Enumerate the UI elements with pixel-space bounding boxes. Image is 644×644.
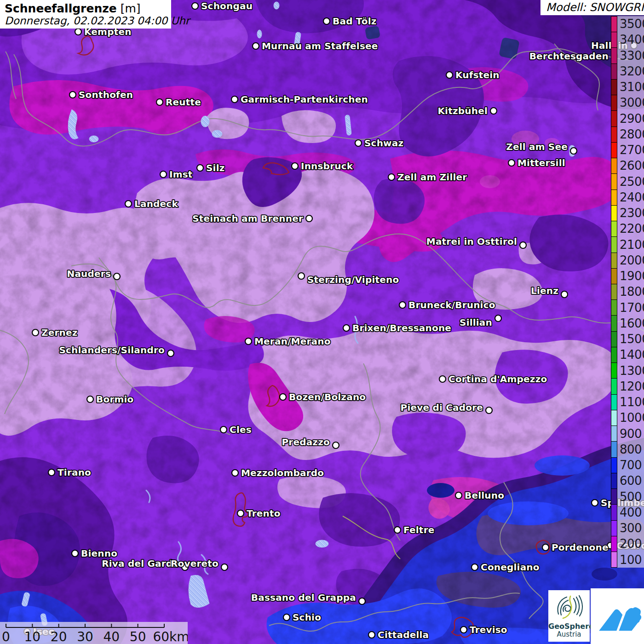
city-marker-cles [220, 426, 227, 433]
map-canvas: SchongauBad TölzKemptenMurnau am Staffel… [0, 0, 644, 644]
colorbar-tick-800: 800 [619, 442, 644, 457]
city-marker-steinach-am-brenner [306, 215, 312, 222]
city-label-riva-del-garda: Riva del Garda [102, 558, 179, 569]
city-marker-cortina-d-ampezzo [439, 376, 446, 382]
colorbar-cell-200 [611, 536, 617, 552]
city-label-mittersill: Mittersill [518, 157, 565, 168]
city-marker-matrei-in-osttirol [520, 242, 526, 248]
city-marker-tirano [48, 469, 55, 476]
blue-mountain-icon [593, 592, 641, 640]
city-label-brixen-bressanone: Brixen/Bressanone [352, 322, 451, 334]
colorbar-cell-500 [611, 489, 617, 505]
city-label-garmisch-partenkirchen: Garmisch-Partenkirchen [241, 94, 368, 105]
colorbar-cell-3300 [611, 48, 617, 63]
city-label-kitzb-hel: Kitzbühel [437, 105, 488, 116]
model-label: Modell: SNOWGRID [540, 0, 644, 15]
colorbar-cell-700 [611, 458, 617, 473]
scalebar: 0102030405060km [0, 622, 188, 644]
colorbar-tick-2400: 2400 [619, 190, 644, 205]
colorbar-cell-2200 [611, 221, 617, 237]
city-marker-lienz [561, 291, 568, 298]
city-label-schongau: Schongau [201, 0, 253, 12]
colorbar-labels: 3500340033003200310030002900280027002600… [619, 16, 644, 568]
colorbar-tick-200: 200 [619, 536, 644, 552]
colorbar-cell-2800 [611, 127, 617, 143]
colorbar-cell-2000 [611, 253, 617, 269]
city-marker-treviso [460, 627, 467, 633]
page-title: Schneefallgrenze [m] [5, 2, 171, 15]
title-unit: [m] [117, 2, 141, 15]
colorbar-tick-2700: 2700 [619, 142, 644, 158]
city-label-innsbruck: Innsbruck [301, 161, 353, 172]
city-label-trento: Trento [247, 508, 281, 519]
weather-map-page: SchongauBad TölzKemptenMurnau am Staffel… [0, 0, 644, 644]
colorbar-cell-1100 [611, 395, 617, 410]
city-label-sillian: Sillian [460, 317, 492, 328]
colorbar-cell-2600 [611, 158, 617, 174]
colorbar-cell-1000 [611, 410, 617, 426]
city-marker-silz [197, 165, 203, 171]
colorbar-tick-2500: 2500 [619, 174, 644, 190]
city-label-lienz: Lienz [531, 285, 558, 296]
colorbar-tick-1300: 1300 [619, 363, 644, 379]
title-box: Schneefallgrenze [m] Donnerstag, 02.02.2… [0, 0, 171, 29]
city-label-landeck: Landeck [134, 198, 178, 209]
colorbar-tick-3200: 3200 [619, 63, 644, 79]
colorbar-tick-3400: 3400 [619, 32, 644, 47]
colorbar-tick-500: 500 [619, 489, 644, 505]
city-marker-zell-am-ziller [388, 174, 395, 180]
city-marker-sillian [495, 315, 501, 322]
city-marker-schwaz [355, 140, 362, 146]
city-label-zell-am-see: Zell am See [506, 141, 568, 152]
colorbar-tick-600: 600 [619, 473, 644, 489]
scalebar-label-3: 30 [77, 629, 93, 644]
city-label-bozen-bolzano: Bozen/Bolzano [289, 391, 366, 402]
colorbar-tick-2200: 2200 [619, 221, 644, 236]
colorbar-tick-2100: 2100 [619, 237, 644, 253]
colorbar-cell-2700 [611, 143, 617, 158]
colorbar-tick-3300: 3300 [619, 48, 644, 63]
city-label-matrei-in-osttirol: Matrei in Osttirol [426, 236, 517, 247]
colorbar-tick-400: 400 [619, 505, 644, 520]
colorbar-cell-2300 [611, 206, 617, 221]
partner-logo [591, 588, 644, 644]
colorbar-cell-400 [611, 505, 617, 520]
colorbar-cell-2100 [611, 237, 617, 253]
city-label-treviso: Treviso [470, 624, 507, 635]
scalebar-label-6: 60km [153, 629, 188, 644]
city-label-silz: Silz [206, 162, 225, 173]
colorbar-tick-2300: 2300 [619, 205, 644, 221]
city-label-zell-am-ziller: Zell am Ziller [397, 172, 467, 183]
city-label-mezzolombardo: Mezzolombardo [241, 467, 324, 478]
colorbar-cell-900 [611, 426, 617, 442]
city-label-feltre: Feltre [403, 524, 434, 535]
city-label-nauders: Nauders [67, 268, 111, 279]
colorbar-tick-3100: 3100 [619, 79, 644, 95]
colorbar-tick-2000: 2000 [619, 253, 644, 268]
city-label-imst: Imst [169, 169, 193, 180]
colorbar-tick-1500: 1500 [619, 331, 644, 347]
city-marker-schlanders-silandro [167, 350, 174, 356]
city-label-schlanders-silandro: Schlanders/Silandro [59, 345, 165, 356]
colorbar-cell-600 [611, 473, 617, 489]
city-marker-zell-am-see [570, 148, 577, 154]
city-marker-kitzb-hel [490, 108, 497, 114]
city-label-predazzo: Predazzo [282, 437, 330, 448]
city-marker-trento [237, 510, 244, 517]
city-marker-feltre [394, 527, 401, 533]
city-marker-mezzolombardo [232, 470, 238, 476]
city-marker-imst [160, 171, 167, 178]
city-label-bienno: Bienno [81, 548, 117, 559]
city-marker-spilimbergo [592, 500, 598, 506]
geosphere-wordmark: GeoSphere [548, 622, 590, 631]
city-marker-landeck [125, 201, 132, 207]
city-label-cles: Cles [230, 424, 252, 435]
colorbar-tick-1900: 1900 [619, 268, 644, 284]
geosphere-country: Austria [548, 631, 590, 638]
city-label-bad-t-lz: Bad Tölz [333, 16, 377, 27]
city-marker-nauders [114, 273, 120, 280]
colorbar-tick-1000: 1000 [619, 410, 644, 426]
city-label-belluno: Belluno [465, 490, 504, 501]
city-label-conegliano: Conegliano [481, 562, 540, 573]
city-marker-schio [283, 614, 290, 621]
